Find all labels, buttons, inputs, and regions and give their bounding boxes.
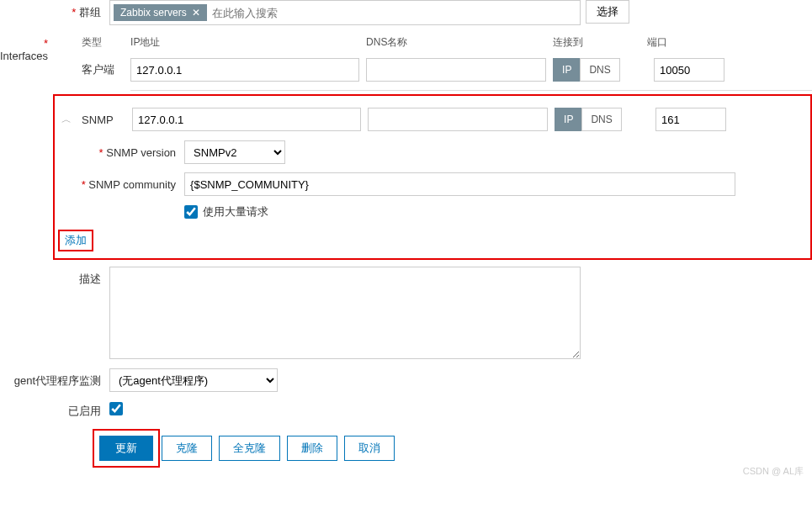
proxy-select[interactable]: (无agent代理程序) <box>109 368 278 392</box>
agent-interface-row: 客户端 IP DNS <box>56 53 812 87</box>
snmp-conn-dns[interactable]: DNS <box>581 108 621 131</box>
snmp-community-label: SNMP community <box>58 178 184 191</box>
header-ip: IP地址 <box>130 35 366 50</box>
add-interface-link[interactable]: 添加 <box>58 230 93 251</box>
header-port: 端口 <box>647 35 723 50</box>
groups-tag-input[interactable]: Zabbix servers ✕ <box>109 0 581 25</box>
select-groups-button[interactable]: 选择 <box>586 0 629 24</box>
snmp-ip-input[interactable] <box>132 108 361 131</box>
interface-header: 类型 IP地址 DNS名称 连接到 端口 <box>56 32 812 53</box>
snmp-conn-ip[interactable]: IP <box>555 108 581 131</box>
agent-conn-dns[interactable]: DNS <box>580 58 619 82</box>
clone-button[interactable]: 克隆 <box>162 436 212 461</box>
snmp-port-input[interactable] <box>655 108 726 131</box>
tag-text: Zabbix servers <box>120 7 187 19</box>
close-icon[interactable]: ✕ <box>192 7 200 19</box>
snmp-community-input[interactable] <box>184 172 735 196</box>
update-highlight-box: 更新 <box>93 429 160 468</box>
divider <box>130 90 812 91</box>
header-dns: DNS名称 <box>366 35 553 50</box>
interfaces-label: Interfaces <box>0 32 56 62</box>
description-textarea[interactable] <box>109 267 581 359</box>
watermark: CSDN @ AL库 <box>743 465 804 478</box>
proxy-label: gent代理程序监测 <box>0 368 109 389</box>
snmp-dns-input[interactable] <box>368 108 548 131</box>
agent-conn-ip[interactable]: IP <box>553 58 580 82</box>
agent-ip-input[interactable] <box>130 58 359 82</box>
agent-connect-toggle[interactable]: IP DNS <box>553 58 647 82</box>
enabled-label: 已启用 <box>0 399 109 419</box>
agent-dns-input[interactable] <box>366 58 546 82</box>
snmp-connect-toggle[interactable]: IP DNS <box>555 108 649 131</box>
snmp-type: SNMP <box>82 114 132 126</box>
chevron-up-icon[interactable]: ︿ <box>58 113 75 127</box>
snmp-version-select[interactable]: SNMPv2 <box>184 140 285 164</box>
header-type: 类型 <box>80 35 130 50</box>
delete-button[interactable]: 删除 <box>287 436 337 461</box>
snmp-version-label: SNMP version <box>58 146 184 159</box>
snmp-interface-row: ︿ SNMP IP DNS <box>58 103 807 136</box>
description-label: 描述 <box>0 267 109 287</box>
groups-label: 群组 <box>0 0 109 20</box>
bulk-label: 使用大量请求 <box>203 204 268 220</box>
header-connect: 连接到 <box>553 35 647 50</box>
agent-port-input[interactable] <box>654 58 724 82</box>
group-tag[interactable]: Zabbix servers ✕ <box>114 4 207 21</box>
cancel-button[interactable]: 取消 <box>344 436 395 461</box>
update-button[interactable]: 更新 <box>99 436 153 461</box>
bulk-checkbox[interactable] <box>184 205 198 219</box>
enabled-checkbox[interactable] <box>109 402 123 415</box>
snmp-highlight-box: ︿ SNMP IP DNS SNMP version SNMPv2 <box>53 94 812 260</box>
group-search-input[interactable] <box>209 3 578 23</box>
agent-type: 客户端 <box>80 62 130 77</box>
full-clone-button[interactable]: 全克隆 <box>219 436 280 461</box>
